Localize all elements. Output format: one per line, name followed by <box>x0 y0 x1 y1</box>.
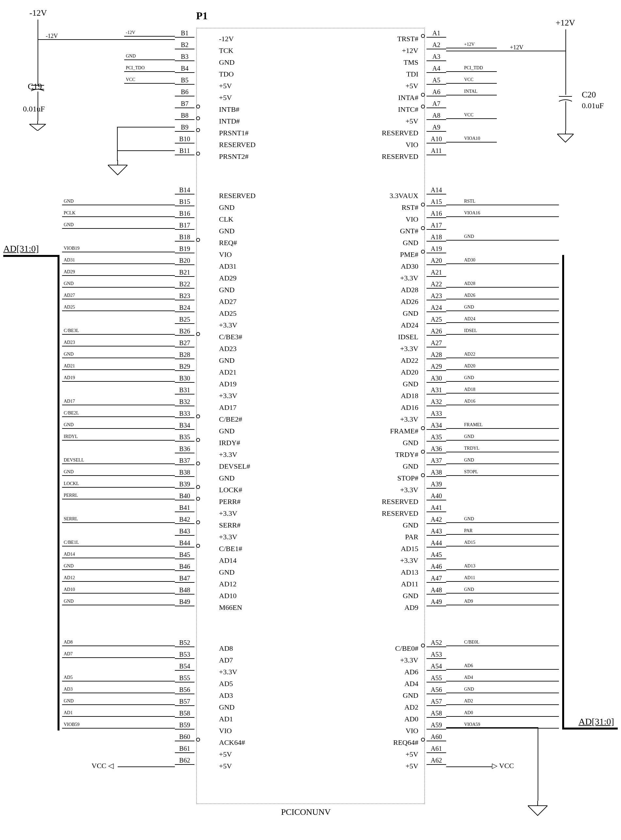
net-A54: AD6 <box>464 663 473 668</box>
wire-B53 <box>62 657 175 658</box>
pin-num-B22: B22 <box>175 280 194 289</box>
net-A6: INTAL <box>464 89 477 94</box>
pin-func-A40: RESERVED <box>353 498 418 506</box>
pin-num-A55: A55 <box>427 674 446 683</box>
pin-func-B40: PERR# <box>219 498 241 506</box>
wire-A2 <box>446 48 497 48</box>
net-A43: PAR <box>464 528 473 533</box>
pin-num-A8: A8 <box>427 112 446 120</box>
pin-num-A7: A7 <box>427 100 446 108</box>
pos12v-hwire <box>446 51 566 51</box>
pos12v-wire <box>565 29 566 95</box>
pin-func-B47: AD12 <box>219 580 236 588</box>
bus-label-right: AD[31:0] <box>579 716 614 727</box>
net-A59: VIOA59 <box>464 722 480 727</box>
inv-circle-A7 <box>421 104 425 109</box>
wire-A48 <box>446 593 559 593</box>
net-B47: AD12 <box>64 575 75 580</box>
net-B34: GND <box>64 422 74 428</box>
net-B37: DEVSELL <box>64 458 84 463</box>
net-B44: C/BE1L <box>64 540 79 545</box>
pin-func-B30: AD19 <box>219 380 236 388</box>
pin-func-A34: FRAME# <box>353 427 418 435</box>
net-B3: GND <box>126 54 136 59</box>
inv-circle-A52 <box>421 643 425 648</box>
net-B24: AD25 <box>64 305 75 310</box>
pin-func-B20: AD31 <box>219 262 236 271</box>
wire-A55 <box>446 681 559 681</box>
pin-func-B43: +3.3V <box>219 533 237 541</box>
pin-num-A45: A45 <box>427 551 446 559</box>
net-B29: AD21 <box>64 363 75 369</box>
pin-num-B20: B20 <box>175 257 194 265</box>
wire-B16 <box>62 216 175 217</box>
pin-func-B8: INTD# <box>219 117 240 126</box>
wire-A47 <box>446 581 559 582</box>
footprint-label: PCICONUNV <box>281 807 331 817</box>
pin-func-B14: RESERVED <box>219 192 256 200</box>
net-A47: AD11 <box>464 575 475 580</box>
pin-func-B15: GND <box>219 203 235 212</box>
c19-value: 0.01uF <box>23 104 45 114</box>
gnd-c20 <box>557 131 574 144</box>
wire-B57 <box>62 704 175 705</box>
pin-num-B39: B39 <box>175 480 194 489</box>
pin-num-A3: A3 <box>427 53 446 61</box>
pin-num-A5: A5 <box>427 76 446 85</box>
pin-func-B26: C/BE3# <box>219 333 242 341</box>
pin-func-A60: REQ64# <box>353 739 418 747</box>
pin-func-B49: M66EN <box>219 603 242 612</box>
wire-B58 <box>62 716 175 717</box>
c19-lead <box>38 92 38 121</box>
inv-circle-B37 <box>196 462 200 465</box>
pin-num-B41: B41 <box>175 504 194 512</box>
pin-num-A1: A1 <box>427 29 446 38</box>
pin-num-B60: B60 <box>175 733 194 741</box>
net-A26: IDSEL <box>464 328 477 333</box>
pin-func-A54: AD6 <box>353 668 418 676</box>
pin-func-B59: VIO <box>219 726 232 735</box>
inv-circle-B44 <box>196 544 200 548</box>
pin-func-A37: GND <box>353 462 418 471</box>
wire-B44 <box>62 546 175 546</box>
pin-func-B34: GND <box>219 427 235 435</box>
net-A34: FRAMEL <box>464 422 483 428</box>
pin-func-B18: REQ# <box>219 239 237 247</box>
net-B16: PCLK <box>64 210 76 216</box>
net-pos12v: +12V <box>510 44 523 51</box>
pin-num-A62: A62 <box>427 757 446 765</box>
pin-func-B45: AD14 <box>219 556 236 565</box>
net-B42: SERRL <box>64 516 78 522</box>
pin-func-B38: GND <box>219 474 235 483</box>
pin-func-A26: IDSEL <box>353 333 418 341</box>
net-A15: RSTL <box>464 199 475 204</box>
net-B40: PERRL <box>64 493 78 498</box>
pin-func-A62: +5V <box>353 762 418 770</box>
bus-left-h <box>3 255 59 257</box>
wire-B45 <box>62 558 175 558</box>
pin-func-A61: +5V <box>353 750 418 758</box>
wire-B26 <box>62 334 175 335</box>
pin-func-B54: +3.3V <box>219 668 237 676</box>
pin-num-B35: B35 <box>175 433 194 442</box>
pin-num-B4: B4 <box>175 65 194 73</box>
pin-func-A4: TDI <box>353 70 418 79</box>
pin-num-B17: B17 <box>175 222 194 230</box>
net-A49: AD9 <box>464 599 473 604</box>
pin-num-A48: A48 <box>427 586 446 595</box>
pin-num-B24: B24 <box>175 304 194 312</box>
wire-A32 <box>446 405 559 405</box>
pin-num-B59: B59 <box>175 721 194 730</box>
wire-A23 <box>446 299 559 300</box>
wire-A24 <box>446 310 559 311</box>
net-B48: AD10 <box>64 587 75 592</box>
pin-num-B11: B11 <box>175 147 194 155</box>
pin-num-A36: A36 <box>427 445 446 453</box>
inv-circle-A38 <box>421 473 425 477</box>
pin-num-B8: B8 <box>175 112 194 120</box>
pin-func-A24: GND <box>353 309 418 318</box>
pin-func-B10: RESERVED <box>219 141 256 149</box>
pin-num-A10: A10 <box>427 135 446 144</box>
pin-func-A5: +5V <box>353 82 418 90</box>
pin-num-A49: A49 <box>427 598 446 606</box>
